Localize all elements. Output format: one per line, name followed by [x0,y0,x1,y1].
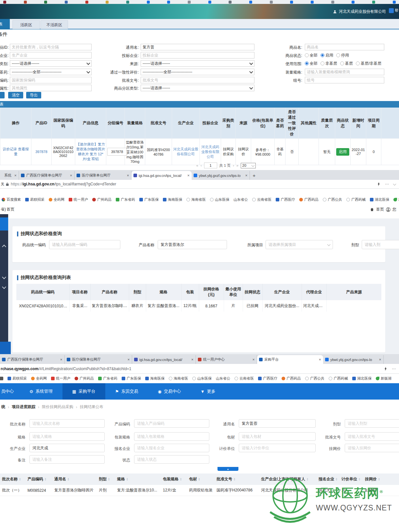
bookmark-item[interactable]: 广西药品 [282,376,301,381]
sort-icon[interactable] [44,478,46,481]
sidebar-bottom-block[interactable] [0,342,11,354]
bookmark-item[interactable]: 海南省医 [186,197,206,202]
breadcrumb-item[interactable]: 项目进度跟踪 [12,404,39,410]
help-button[interactable]: 帮 [389,8,398,13]
radio-option[interactable]: 基层 [340,61,353,66]
favicon-icon[interactable] [65,1,68,4]
bookmark-item[interactable]: 统一用户 [51,376,70,381]
column-header[interactable]: 采购类别 [221,108,236,139]
browser2-urlbar[interactable]: 关 https://igi.hsa.gd.gov.cn/tps_local/lf… [0,180,399,189]
bolt-icon[interactable] [377,182,380,186]
radio-option[interactable]: 基层/非基层 [356,61,381,66]
bookmark-item[interactable]: 易联招采 [8,376,27,381]
column-header[interactable]: 装量规格 [125,108,145,139]
column-header[interactable]: 批准文号 [145,108,172,139]
favicon-icon[interactable] [3,1,6,4]
home-icon[interactable] [370,207,374,212]
close-icon[interactable] [245,174,248,177]
batch-name-input[interactable] [29,419,105,428]
column-header[interactable]: 规格 [115,473,161,485]
bookmark-item[interactable]: 广州药品 [92,197,112,202]
product-id-cell[interactable]: 397878 [35,150,47,154]
favicon-icon[interactable] [372,1,375,4]
chevron-down-icon[interactable] [2,275,6,279]
pack-spec-input[interactable] [305,69,384,75]
dosage-form-input[interactable] [345,419,399,428]
column-header[interactable]: 其他属性 [299,108,319,139]
column-header[interactable]: 商品状态 [335,108,351,139]
bookmark-item[interactable]: 广西医疗 [258,376,277,381]
column-header[interactable]: 通用名 [52,473,97,485]
bookmark-item[interactable]: 湖北医保 [352,376,372,381]
trade-name-input[interactable] [305,44,384,50]
insurance-code-input[interactable] [10,77,92,83]
browser-tab[interactable]: 统一用户中心 [196,355,257,364]
favicon-icon[interactable] [311,1,314,4]
column-header[interactable]: 挂网价 [363,473,399,485]
favicon-icon[interactable] [85,1,88,4]
radio-option[interactable]: 非基层 [321,61,337,66]
sort-icon[interactable] [336,478,338,481]
export-button[interactable]: 导出 [26,92,41,98]
source-select[interactable]: ------请选择------ [141,60,254,67]
collapse-button[interactable] [217,467,238,471]
bookmark-item[interactable]: 广西药品 [299,197,319,202]
partition-type-select[interactable]: ------请选择------ [141,85,254,91]
breadcrumb-item[interactable]: 统 [1,404,9,410]
sort-icon[interactable] [358,478,360,481]
more-icon[interactable] [385,182,389,186]
sidebar-active-item[interactable] [0,217,8,231]
radio-option[interactable]: 全部 [305,53,318,58]
favicon-icon[interactable] [147,1,150,4]
column-header[interactable]: 生产企业 [262,284,302,300]
browser-tab[interactable]: ybwt.ybj.gxzf.gov.cn/tps-lo [323,355,384,364]
tab-list-active[interactable]: 列表 [0,19,10,29]
bookmark-item[interactable]: 广东医保 [122,376,141,381]
user-icon[interactable] [386,207,390,212]
bookmark-item[interactable]: 广西公共 [305,376,324,381]
clear-button[interactable]: 清空 [8,92,23,98]
bookmark-item[interactable]: 广东省药 [98,376,117,381]
favicon-icon[interactable] [167,1,170,4]
browser-tab[interactable]: igi.hsa.gd.gov.cn/tps_local/ [131,171,192,180]
bookmark-item[interactable]: 湖北医保 [370,197,389,202]
bookmark-item[interactable]: 易联招采 [25,197,44,202]
project-select[interactable]: 请选择所属项目 [266,240,333,249]
pack-spec-input[interactable] [134,432,209,441]
bookmark-item[interactable]: 山东省公 [216,376,230,381]
close-icon[interactable] [191,358,194,361]
bookmark-item[interactable]: 全药网 [31,376,47,381]
table-row[interactable]: 批次（一）M0085224复方普萘洛尔咖啡因片片剂复方:盐酸普萘洛尔10...1… [0,485,399,496]
other-attr-input[interactable] [10,85,92,91]
home-link[interactable]: 首页 [376,207,384,212]
prev-page-icon[interactable]: ‹ [200,163,202,167]
sort-icon[interactable] [19,478,21,481]
close-icon[interactable] [70,174,72,177]
close-icon[interactable] [252,358,255,361]
column-header[interactable]: 批次名称 [0,473,26,485]
manufacturer-input[interactable] [10,52,92,59]
bookmark-item[interactable]: 广西公共 [323,197,342,202]
pack-material-input[interactable] [239,432,316,441]
bookmark-item[interactable]: 广西医疗 [276,197,295,202]
column-header[interactable]: 剂型 [97,473,115,485]
next-page-icon[interactable]: › [233,163,234,167]
more-icon[interactable] [392,367,396,371]
column-header[interactable]: 计价单位 [339,473,363,485]
column-header[interactable]: 最小使用单位 [224,284,243,300]
page-size-select[interactable]: 20 [241,163,256,168]
spec-input[interactable] [29,432,105,441]
column-header[interactable]: 来源 [236,108,251,139]
bookmark-item[interactable]: 云南省医 [252,197,271,202]
column-header[interactable]: 生产企业/上市许可持有人 [259,473,317,485]
nav-item[interactable]: ⚙ 系统管理 [20,383,62,400]
favicon-icon[interactable] [106,1,109,4]
sort-icon[interactable] [378,478,380,481]
nav-item[interactable]: ▼ 更多 [191,383,225,400]
column-header[interactable]: 产品信息 [75,108,106,139]
column-header[interactable]: 挂网价格(元) [199,284,224,300]
column-header[interactable]: 挂网状态 [243,284,262,300]
favicon-icon[interactable] [44,1,47,4]
generic-name-input[interactable] [141,44,254,50]
product-id-input[interactable] [10,44,92,50]
